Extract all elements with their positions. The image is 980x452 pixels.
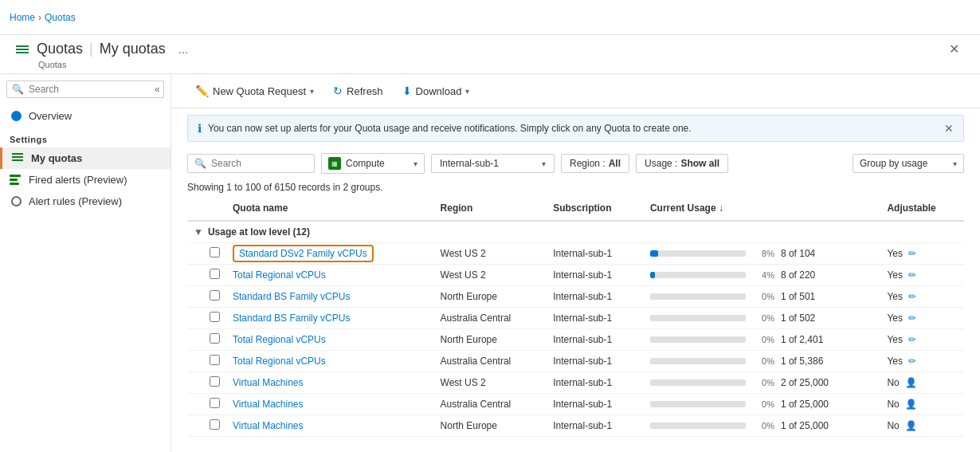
row-checkbox-cell[interactable] bbox=[203, 372, 226, 394]
row-checkbox-cell[interactable] bbox=[203, 243, 226, 265]
edit-icon[interactable]: ✏ bbox=[908, 248, 916, 259]
row-subscription-cell: Internal-sub-1 bbox=[547, 394, 644, 415]
row-expand-cell bbox=[187, 286, 203, 308]
adjustable-value: Yes bbox=[887, 356, 903, 367]
sidebar: 🔍 « Overview Settings bbox=[0, 74, 171, 452]
col-name-header[interactable]: Quota name bbox=[226, 196, 434, 221]
sidebar-search-box[interactable]: 🔍 « bbox=[6, 81, 164, 98]
row-checkbox[interactable] bbox=[210, 419, 220, 430]
group-by-caret-icon: ▾ bbox=[953, 159, 957, 168]
col-expand-header bbox=[187, 196, 203, 221]
row-checkbox[interactable] bbox=[210, 312, 220, 322]
table-row: Standard DSv2 Family vCPUs West US 2 Int… bbox=[187, 243, 964, 265]
row-usage-cell: 0% 1 of 25,000 bbox=[644, 415, 880, 437]
col-subscription-header: Subscription bbox=[547, 196, 644, 221]
new-quota-caret-icon: ▾ bbox=[310, 87, 314, 96]
new-quota-label: New Quota Request bbox=[213, 85, 306, 97]
group-label: Usage at low level (12) bbox=[208, 226, 310, 238]
adjustable-value: Yes bbox=[887, 269, 903, 281]
subscription-filter-dropdown[interactable]: Internal-sub-1 ▾ bbox=[431, 154, 555, 173]
download-label: Download bbox=[416, 85, 462, 97]
row-expand-cell bbox=[187, 351, 203, 372]
quota-name-link[interactable]: Total Regional vCPUs bbox=[233, 356, 326, 367]
col-usage-header[interactable]: Current Usage ↓ bbox=[644, 196, 880, 221]
breadcrumb-quotas[interactable]: Quotas bbox=[45, 12, 76, 23]
sidebar-collapse-button[interactable]: « bbox=[153, 84, 162, 95]
row-adjustable-cell: Yes ✏ bbox=[880, 329, 964, 351]
row-expand-cell bbox=[187, 415, 203, 437]
row-checkbox[interactable] bbox=[210, 269, 220, 279]
row-checkbox-cell[interactable] bbox=[203, 286, 226, 308]
row-checkbox[interactable] bbox=[210, 333, 220, 344]
download-caret-icon: ▾ bbox=[465, 87, 469, 96]
quota-name-link[interactable]: Total Regional vCPUs bbox=[233, 269, 326, 281]
row-expand-cell bbox=[187, 372, 203, 394]
edit-icon[interactable]: ✏ bbox=[908, 312, 916, 324]
quota-name-link[interactable]: Virtual Machines bbox=[233, 377, 304, 388]
quota-name-link[interactable]: Virtual Machines bbox=[233, 399, 304, 410]
quota-name-link[interactable]: Standard BS Family vCPUs bbox=[233, 312, 350, 324]
row-adjustable-cell: Yes ✏ bbox=[880, 308, 964, 329]
row-region-cell: Australia Central bbox=[434, 308, 547, 329]
sidebar-item-overview[interactable]: Overview bbox=[0, 104, 171, 127]
usage-filter-tag[interactable]: Usage : Show all bbox=[636, 154, 728, 173]
page-hamburger-icon bbox=[16, 45, 29, 53]
top-app-bar: Home › Quotas bbox=[0, 0, 980, 35]
row-usage-cell: 0% 1 of 5,386 bbox=[644, 351, 880, 372]
new-quota-request-button[interactable]: ✏️ New Quota Request ▾ bbox=[187, 81, 322, 101]
row-checkbox-cell[interactable] bbox=[203, 265, 226, 286]
quota-name-link[interactable]: Standard BS Family vCPUs bbox=[233, 291, 350, 302]
row-adjustable-cell: Yes ✏ bbox=[880, 243, 964, 265]
row-checkbox[interactable] bbox=[210, 290, 220, 301]
row-adjustable-cell: No 👤 bbox=[880, 394, 964, 415]
quota-name-link[interactable]: Virtual Machines bbox=[233, 420, 304, 431]
page-subtitle: My quotas bbox=[100, 41, 166, 57]
sidebar-search-container: 🔍 « bbox=[0, 74, 171, 104]
row-expand-cell bbox=[187, 243, 203, 265]
quota-table: Quota name Region Subscription Current U… bbox=[187, 196, 964, 437]
row-checkbox[interactable] bbox=[210, 355, 220, 365]
subscription-label: Internal-sub-1 bbox=[440, 158, 499, 169]
row-checkbox-cell[interactable] bbox=[203, 351, 226, 372]
breadcrumb-home[interactable]: Home bbox=[10, 12, 35, 23]
download-button[interactable]: ⬇ Download ▾ bbox=[394, 81, 478, 101]
row-checkbox-cell[interactable] bbox=[203, 308, 226, 329]
edit-icon[interactable]: ✏ bbox=[908, 334, 916, 345]
row-checkbox[interactable] bbox=[210, 398, 220, 408]
alert-banner-close-button[interactable]: ✕ bbox=[944, 122, 954, 135]
group-by-dropdown[interactable]: Group by usage ▾ bbox=[853, 154, 964, 173]
filter-search-input[interactable] bbox=[211, 158, 299, 169]
quota-name-link[interactable]: Total Regional vCPUs bbox=[233, 334, 326, 345]
edit-icon[interactable]: ✏ bbox=[908, 269, 916, 281]
group-expand-icon[interactable]: ▼ bbox=[194, 226, 203, 238]
row-checkbox-cell[interactable] bbox=[203, 329, 226, 351]
main-content: ✏️ New Quota Request ▾ ↻ Refresh ⬇ Downl… bbox=[171, 74, 980, 452]
row-checkbox-cell[interactable] bbox=[203, 415, 226, 437]
edit-icon[interactable]: ✏ bbox=[908, 291, 916, 302]
table-row: Virtual Machines West US 2 Internal-sub-… bbox=[187, 372, 964, 394]
refresh-button[interactable]: ↻ Refresh bbox=[325, 81, 391, 101]
page-more-button[interactable]: ... bbox=[174, 41, 194, 57]
page-title: Quotas bbox=[37, 41, 83, 57]
sidebar-item-my-quotas[interactable]: My quotas bbox=[0, 147, 171, 169]
sidebar-item-fired-alerts[interactable]: Fired alerts (Preview) bbox=[0, 169, 171, 191]
row-checkbox-cell[interactable] bbox=[203, 394, 226, 415]
sidebar-search-input[interactable] bbox=[29, 84, 148, 95]
compute-filter-dropdown[interactable]: ▦ Compute ▾ bbox=[321, 153, 425, 174]
fired-alerts-icon bbox=[10, 175, 22, 186]
table-row: Virtual Machines North Europe Internal-s… bbox=[187, 415, 964, 437]
row-checkbox[interactable] bbox=[210, 376, 220, 387]
edit-icon[interactable]: ✏ bbox=[908, 356, 916, 367]
col-region-header: Region bbox=[434, 196, 547, 221]
row-region-cell: Australia Central bbox=[434, 351, 547, 372]
row-checkbox[interactable] bbox=[210, 247, 220, 257]
quota-name-link[interactable]: Standard DSv2 Family vCPUs bbox=[233, 245, 374, 262]
region-filter-tag[interactable]: Region : All bbox=[561, 154, 629, 173]
row-adjustable-cell: Yes ✏ bbox=[880, 265, 964, 286]
page-close-button[interactable]: ✕ bbox=[944, 40, 964, 58]
adjustable-value: No bbox=[887, 377, 899, 388]
sidebar-item-alert-rules[interactable]: Alert rules (Preview) bbox=[0, 191, 171, 212]
filter-search-container[interactable]: 🔍 bbox=[187, 154, 315, 173]
usage-label: Usage : bbox=[645, 158, 677, 169]
records-count: Showing 1 to 100 of 6150 records in 2 gr… bbox=[187, 182, 383, 193]
